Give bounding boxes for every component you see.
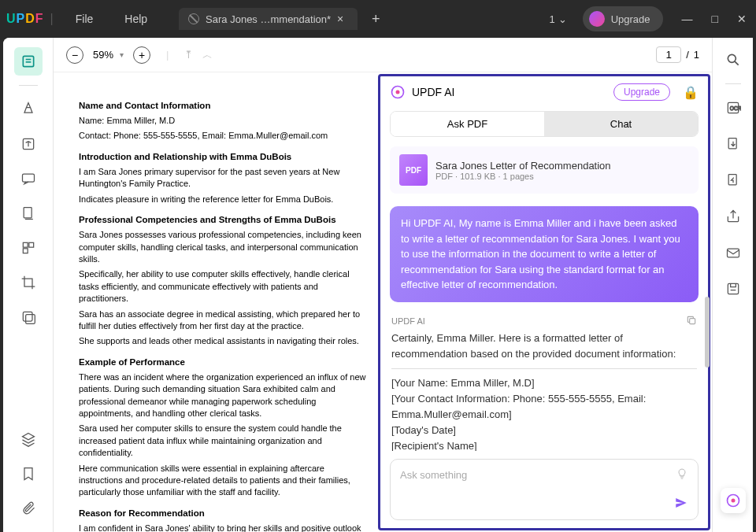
doc-heading: Introduction and Relationship with Emma … — [79, 150, 369, 163]
tab-close-icon[interactable]: × — [337, 13, 348, 25]
ai-panel-title: UPDF AI — [412, 86, 454, 98]
page-separator: / — [686, 49, 689, 61]
doc-text: Sara used her computer skills to ensure … — [79, 423, 369, 459]
doc-heading: Professional Competencies and Strengths … — [79, 213, 369, 226]
doc-text: Sara has an associate degree in medical … — [79, 308, 369, 333]
svg-rect-5 — [24, 208, 32, 218]
doc-text: I am confident in Sara Jones' ability to… — [79, 523, 369, 532]
updf-ai-logo-icon — [390, 84, 406, 100]
attachment-icon[interactable] — [14, 494, 43, 523]
toolbar: − 59% ▾ + | ⤒ ︿ / 1 — [54, 38, 712, 72]
close-button[interactable]: ✕ — [734, 9, 750, 28]
svg-rect-8 — [28, 242, 33, 247]
minimize-button[interactable]: — — [679, 9, 696, 28]
svg-rect-21 — [728, 283, 738, 294]
email-icon[interactable] — [721, 240, 746, 265]
zoom-in-button[interactable]: + — [133, 46, 150, 64]
ai-response: Certainly, Emma Miller. Here is a format… — [391, 331, 697, 452]
svg-text:OCR: OCR — [729, 105, 740, 111]
ocr-icon[interactable]: OCR — [721, 95, 746, 120]
redact-icon[interactable] — [14, 303, 43, 331]
document-tab[interactable]: Sara Jones …mmendation* × — [179, 8, 358, 30]
ai-response-text: [Recipient's Name] — [391, 438, 697, 451]
ai-response-text: [Today's Date] — [391, 423, 697, 438]
svg-rect-10 — [23, 312, 32, 321]
search-icon[interactable] — [721, 47, 746, 72]
content-area: − 59% ▾ + | ⤒ ︿ / 1 Name and Contact Inf… — [54, 38, 712, 532]
doc-text: Indicates pleasure in writing the refere… — [79, 194, 369, 205]
chevron-down-icon: ⌄ — [558, 13, 567, 25]
doc-text: There was an incident where the organiza… — [79, 371, 369, 420]
ai-response-text: Certainly, Emma Miller. Here is a format… — [391, 331, 697, 362]
doc-text: Here communication skills were essential… — [79, 463, 369, 499]
pdf-file-icon: PDF — [399, 154, 428, 186]
ai-response-label: UPDF AI — [391, 316, 425, 326]
menu-help[interactable]: Help — [109, 13, 163, 25]
organize-icon[interactable] — [14, 234, 43, 262]
svg-rect-20 — [727, 249, 739, 257]
upgrade-icon — [589, 11, 605, 27]
send-icon[interactable] — [674, 496, 688, 513]
tab-title: Sara Jones …mmendation* — [206, 13, 331, 25]
comment-icon[interactable] — [14, 164, 43, 193]
right-sidebar: OCR — [712, 38, 753, 532]
page-number-input[interactable] — [656, 46, 681, 63]
user-message: Hi UPDF AI, My name is Emma Miller and i… — [390, 206, 699, 302]
svg-rect-13 — [690, 318, 695, 323]
crop-icon[interactable] — [14, 268, 43, 297]
bookmark-icon[interactable] — [14, 460, 43, 488]
doc-heading: Reason for Recommendation — [79, 507, 369, 519]
svg-point-23 — [731, 499, 735, 503]
scrollbar-thumb[interactable] — [705, 297, 710, 368]
svg-rect-18 — [728, 139, 736, 149]
document-viewer[interactable]: Name and Contact Information Name: Emma … — [54, 72, 378, 532]
page-tool-icon[interactable] — [14, 199, 43, 227]
upgrade-button[interactable]: Upgrade — [583, 6, 663, 31]
menu-file[interactable]: File — [60, 13, 109, 25]
zoom-out-button[interactable]: − — [66, 46, 83, 64]
reader-mode-icon[interactable] — [14, 47, 43, 76]
highlight-icon[interactable] — [14, 95, 43, 124]
prev-page-icon[interactable]: ︿ — [202, 48, 213, 62]
titlebar: UPDF | File Help Sara Jones …mmendation*… — [0, 0, 756, 38]
ai-upgrade-button[interactable]: Upgrade — [613, 83, 670, 101]
ai-response-text: [Your Name: Emma Miller, M.D] — [391, 375, 697, 391]
doc-text: Contact: Phone: 555-555-5555, Email: Emm… — [79, 130, 369, 142]
attached-document-card[interactable]: PDF Sara Jones Letter of Recommendation … — [390, 146, 699, 194]
doc-text: Name: Emma Miller, M.D — [79, 115, 369, 127]
edit-text-icon[interactable] — [14, 130, 43, 158]
compress-icon[interactable] — [721, 168, 746, 193]
left-sidebar — [3, 38, 54, 532]
tab-ask-pdf[interactable]: Ask PDF — [391, 112, 544, 136]
save-icon[interactable] — [721, 276, 746, 301]
lock-icon: 🔒 — [683, 85, 699, 100]
first-page-icon[interactable]: ⤒ — [184, 49, 193, 61]
copy-icon[interactable] — [686, 315, 697, 327]
convert-icon[interactable] — [721, 131, 746, 157]
maximize-button[interactable]: □ — [709, 9, 721, 28]
ai-response-text: [Your Contact Information: Phone: 555-55… — [391, 391, 697, 423]
share-icon[interactable] — [721, 204, 746, 229]
doc-text: I am Sara Jones primary supervisor for t… — [79, 166, 369, 190]
ai-prompt-input[interactable] — [400, 469, 688, 481]
app-logo: UPDF — [6, 12, 44, 26]
ai-assistant-float-icon[interactable] — [721, 488, 746, 513]
svg-rect-7 — [23, 242, 28, 247]
main-area: − 59% ▾ + | ⤒ ︿ / 1 Name and Contact Inf… — [3, 38, 753, 532]
svg-point-12 — [396, 91, 400, 94]
window-count-dropdown[interactable]: 1 ⌄ — [543, 10, 573, 28]
zoom-value: 59% — [93, 49, 113, 61]
doc-text: Specifically, her ability to use compute… — [79, 268, 369, 305]
ai-input-area — [390, 459, 699, 520]
layers-icon[interactable] — [14, 425, 43, 453]
doc-heading: Name and Contact Information — [79, 99, 369, 112]
doc-text: She supports and leads other medical ass… — [79, 335, 369, 347]
tab-doc-icon — [188, 13, 199, 24]
svg-line-15 — [735, 61, 739, 65]
attached-doc-name: Sara Jones Letter of Recommendation — [435, 160, 689, 172]
suggestions-icon[interactable] — [676, 467, 688, 483]
zoom-dropdown-icon[interactable]: ▾ — [120, 50, 124, 59]
tab-chat[interactable]: Chat — [544, 112, 698, 136]
new-tab-button[interactable]: + — [372, 11, 380, 28]
ai-tabs: Ask PDF Chat — [390, 111, 699, 137]
